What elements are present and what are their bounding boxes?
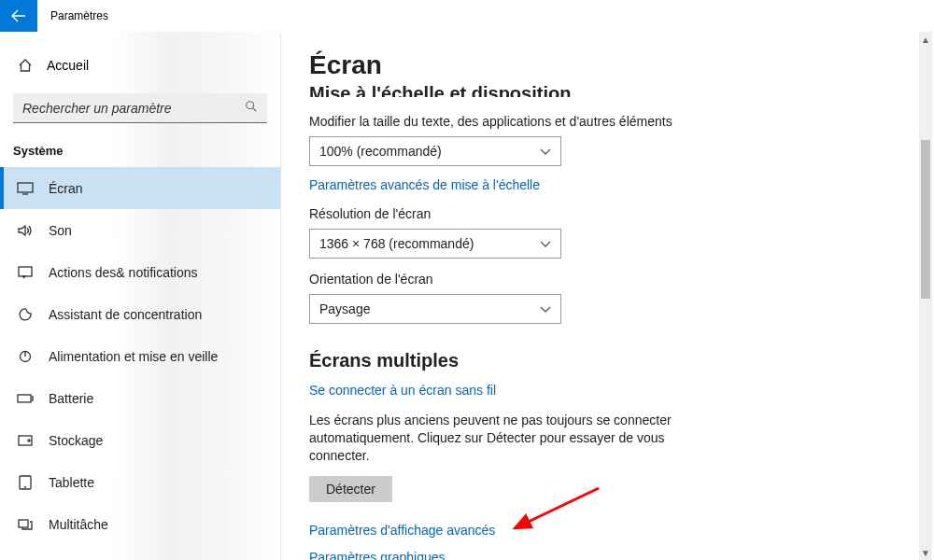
notifications-icon [17,266,34,279]
arrow-left-icon [11,8,26,23]
sidebar-item-label: Écran [49,181,83,196]
scroll-track[interactable] [919,47,932,545]
sidebar-item-storage[interactable]: Stockage [0,419,280,461]
advanced-display-link[interactable]: Paramètres d'affichage avancés [309,523,495,538]
svg-rect-8 [19,520,28,527]
display-icon [17,182,34,195]
sidebar-item-multitask[interactable]: Multitâche [0,503,280,545]
svg-point-6 [28,440,30,441]
tablet-icon [17,475,34,490]
home-label: Accueil [47,58,89,73]
multi-displays-heading: Écrans multiples [309,350,906,371]
nav-list: Écran Son Actions des& notifications Ass… [0,167,280,545]
svg-line-9 [515,488,599,528]
resolution-label: Résolution de l'écran [309,206,906,221]
multitask-icon [17,519,34,530]
sidebar-item-label: Assistant de concentration [49,307,202,322]
sidebar-item-battery[interactable]: Batterie [0,377,280,419]
home-nav[interactable]: Accueil [0,47,280,84]
vertical-scrollbar[interactable]: ▲ ▼ [919,32,932,560]
search-icon [245,100,258,117]
sidebar-item-label: Stockage [49,433,103,448]
sidebar-item-label: Multitâche [49,517,108,532]
sidebar-item-label: Son [49,223,72,238]
scale-label: Modifier la taille du texte, des applica… [309,114,906,129]
svg-rect-4 [18,395,31,402]
focus-icon [17,307,34,322]
sidebar-item-label: Tablette [49,475,94,490]
orientation-value: Paysage [319,301,370,316]
titlebar: Paramètres [0,0,934,32]
scroll-thumb[interactable] [921,140,930,299]
scroll-up-icon[interactable]: ▲ [919,32,932,47]
sidebar: Accueil Système Écran Son Actions des& [0,32,280,560]
back-button[interactable] [0,0,37,32]
truncated-heading: Mise à l'échelle et disposition [309,80,906,97]
sidebar-item-label: Actions des& notifications [49,265,198,280]
window-title: Paramètres [50,9,108,22]
page-title: Écran [309,50,906,80]
resolution-dropdown[interactable]: 1366 × 768 (recommandé) [309,229,561,259]
power-icon [17,350,34,363]
svg-rect-2 [19,267,32,276]
home-icon [17,58,34,73]
scale-value: 100% (recommandé) [319,144,442,159]
sidebar-item-son[interactable]: Son [0,209,280,251]
battery-icon [17,394,34,403]
sidebar-item-notifications[interactable]: Actions des& notifications [0,251,280,293]
annotation-arrow [505,483,608,539]
sidebar-item-tablet[interactable]: Tablette [0,461,280,503]
content-pane: Écran Mise à l'échelle et disposition Mo… [281,32,934,560]
category-heading: Système [0,138,280,167]
resolution-value: 1366 × 768 (recommandé) [319,236,474,251]
detect-button[interactable]: Détecter [309,476,392,502]
sidebar-item-ecran[interactable]: Écran [0,167,280,209]
sidebar-item-focus[interactable]: Assistant de concentration [0,293,280,335]
orientation-dropdown[interactable]: Paysage [309,294,561,324]
orientation-label: Orientation de l'écran [309,272,906,287]
sidebar-item-power[interactable]: Alimentation et mise en veille [0,335,280,377]
scale-advanced-link[interactable]: Paramètres avancés de mise à l'échelle [309,177,540,192]
sound-icon [17,224,34,237]
search-field[interactable] [22,101,245,116]
svg-point-0 [247,101,254,108]
scroll-down-icon[interactable]: ▼ [919,545,932,560]
graphics-settings-link[interactable]: Paramètres graphiques [309,550,446,560]
chevron-down-icon [540,144,551,159]
sidebar-item-label: Alimentation et mise en veille [49,349,218,364]
chevron-down-icon [540,301,551,316]
chevron-down-icon [540,236,551,251]
svg-rect-1 [18,183,33,192]
wireless-display-link[interactable]: Se connecter à un écran sans fil [309,383,496,398]
detect-help-text: Les écrans plus anciens peuvent ne pas t… [309,412,720,465]
sidebar-item-label: Batterie [49,391,93,406]
scale-dropdown[interactable]: 100% (recommandé) [309,136,561,166]
storage-icon [17,435,34,446]
search-input[interactable] [13,93,267,123]
